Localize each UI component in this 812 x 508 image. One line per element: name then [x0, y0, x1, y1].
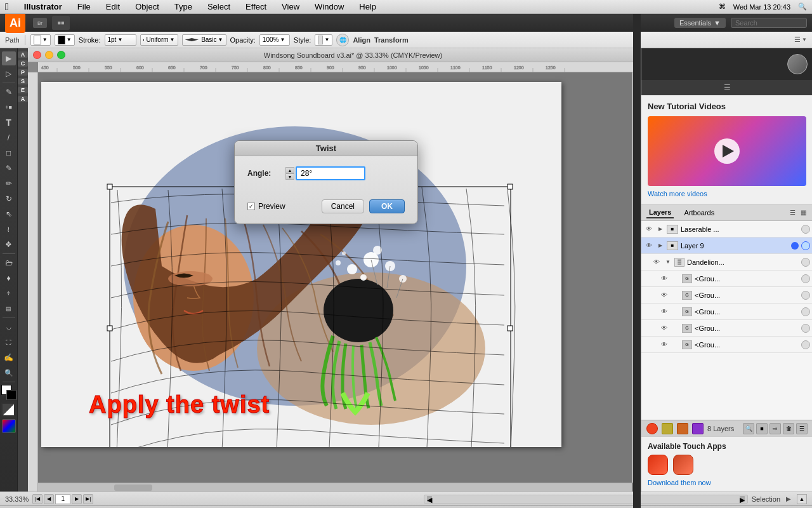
globe-icon[interactable]: 🌐 [336, 34, 349, 46]
move-layer-btn[interactable]: ⇨ [769, 423, 781, 434]
scroll-left-btn[interactable]: ◀ [427, 496, 432, 502]
menu-object[interactable]: Object [133, 2, 162, 11]
touch-app-3[interactable] [677, 423, 688, 434]
artboards-tab[interactable]: Artboards [681, 208, 717, 218]
layer-row[interactable]: 👁 G <Grou... [641, 287, 812, 304]
layer-row[interactable]: 👁 G <Grou... [641, 304, 812, 320]
panel-toggle[interactable]: ☰ ▼ [794, 36, 807, 44]
selection-tool[interactable]: ▶ [2, 51, 16, 65]
scrollbar-horizontal[interactable] [38, 483, 632, 491]
rotate-tool[interactable]: ↻ [2, 192, 16, 206]
layer-target-0[interactable] [801, 225, 810, 234]
touch-app-1[interactable] [646, 423, 658, 434]
layer-target-3[interactable] [801, 274, 810, 283]
pencil-tool[interactable]: ✏ [2, 177, 16, 190]
graph-tool[interactable]: ▤ [2, 302, 16, 316]
gradient-tool[interactable] [2, 419, 16, 433]
search-input[interactable] [731, 18, 807, 28]
paintbrush-tool[interactable]: ✎ [2, 161, 16, 175]
warp-tool[interactable]: ≀ [2, 222, 16, 236]
search-icon[interactable]: 🔍 [798, 3, 807, 11]
menu-window[interactable]: Window [312, 2, 346, 11]
add-anchor-tool[interactable]: +■ [2, 100, 16, 114]
close-button[interactable] [33, 51, 41, 59]
angle-input[interactable]: 28° [296, 166, 365, 180]
touch-app-2[interactable] [662, 423, 673, 434]
maximize-button[interactable] [57, 51, 65, 59]
canvas-scrollbar-bottom[interactable]: ◀ ▶ [424, 495, 748, 504]
menu-illustrator[interactable]: Illustrator [22, 2, 65, 11]
touch-app-icon-1[interactable] [648, 455, 668, 475]
layer-row[interactable]: 👁 G <Grou... [641, 320, 812, 337]
scale-tool[interactable]: ⇖ [2, 207, 16, 221]
align-button[interactable]: Align [353, 36, 370, 44]
menu-help[interactable]: Help [357, 2, 379, 11]
video-thumbnail[interactable] [648, 116, 806, 186]
canvas-area[interactable]: Windsong Soundboard v3.ai* @ 33.33% (CMY… [28, 48, 641, 491]
layers-grid-icon[interactable]: ▦ [799, 208, 808, 217]
transform-button[interactable]: Transform [374, 36, 409, 44]
prev-page-btn[interactable]: ◀ [44, 494, 54, 504]
color-mode-toggle[interactable] [1, 403, 16, 418]
layer-visibility-3[interactable]: 👁 [659, 274, 669, 284]
play-button[interactable] [714, 138, 740, 164]
spinner-down[interactable]: ▼ [285, 173, 294, 180]
layer-row[interactable]: 👁 G <Grou... [641, 337, 812, 353]
layer-row[interactable]: 👁 ▶ ■ Laserable ... [641, 221, 812, 237]
preview-checkbox[interactable]: ✓ Preview [247, 202, 285, 211]
last-page-btn[interactable]: ▶| [83, 494, 93, 504]
more-layers-btn[interactable]: ☰ [796, 423, 808, 434]
workspace-switcher[interactable]: ■■ [52, 16, 70, 30]
direct-selection-tool[interactable]: ▷ [2, 67, 16, 81]
checkbox-icon[interactable]: ✓ [247, 203, 255, 210]
zoom-tool[interactable]: 🔍 [2, 366, 16, 380]
apple-menu[interactable]:  [5, 1, 9, 13]
page-input[interactable] [55, 494, 70, 504]
touch-app-icon-2[interactable] [673, 455, 693, 475]
menu-type[interactable]: Type [172, 2, 195, 11]
menu-edit[interactable]: Edit [103, 2, 122, 11]
menu-view[interactable]: View [279, 2, 302, 11]
layer-visibility-7[interactable]: 👁 [659, 340, 669, 350]
panel-collapse-btn[interactable]: ☰ [641, 80, 812, 95]
layer-visibility-0[interactable]: 👁 [644, 224, 654, 234]
layer-row[interactable]: 👁 G <Grou... [641, 271, 812, 287]
layer-visibility-4[interactable]: 👁 [659, 290, 669, 300]
layers-tab[interactable]: Layers [646, 207, 674, 218]
stroke-color[interactable]: ▼ [55, 34, 75, 46]
layer-row[interactable]: 👁 ▶ ■ Layer 9 [641, 237, 812, 254]
layer-target-4[interactable] [801, 291, 810, 300]
layer-target-5[interactable] [801, 307, 810, 316]
layer-visibility-1[interactable]: 👁 [644, 241, 654, 251]
style-control[interactable]: ▼ [315, 34, 332, 46]
layer-row[interactable]: 👁 ▼ ▒ Dandelion... [641, 254, 812, 271]
scroll-right-btn[interactable]: ▶ [740, 496, 745, 502]
watch-link[interactable]: Watch more videos [648, 190, 806, 197]
layer-expand-2[interactable]: ▼ [664, 258, 672, 266]
line-tool[interactable]: / [2, 131, 16, 145]
stroke-weight[interactable]: 1pt▼ [105, 34, 136, 46]
scroll-canvas-up[interactable]: ▲ [797, 494, 807, 504]
layer-visibility-5[interactable]: 👁 [659, 307, 669, 317]
status-menu-btn[interactable]: ▶ [784, 495, 793, 504]
layer-expand-1[interactable]: ▶ [657, 242, 664, 250]
spinner-up[interactable]: ▲ [285, 167, 294, 173]
symbol-tool[interactable]: ♱ [2, 286, 16, 300]
ok-button[interactable]: OK [369, 199, 405, 213]
bridge-button[interactable]: Br [33, 18, 47, 28]
download-link[interactable]: Download them now [648, 479, 711, 486]
opacity-value[interactable]: 100%▼ [259, 34, 290, 46]
rect-tool[interactable]: □ [2, 146, 16, 160]
layer-target-6[interactable] [801, 324, 810, 333]
hand-tool[interactable]: ✍ [2, 351, 16, 364]
type-tool[interactable]: T [2, 116, 16, 130]
eyedropper-tool[interactable]: 🗁 [2, 256, 16, 270]
menu-select[interactable]: Select [205, 2, 233, 11]
first-page-btn[interactable]: |◀ [32, 494, 43, 504]
touch-app-4[interactable] [692, 423, 704, 434]
slice-tool[interactable]: ⛶ [2, 335, 16, 349]
next-page-btn[interactable]: ▶ [72, 494, 82, 504]
stroke-style[interactable]: Uniform▼ [140, 34, 178, 46]
free-transform-tool[interactable]: ❖ [2, 237, 16, 251]
layer-target-7[interactable] [801, 340, 810, 349]
